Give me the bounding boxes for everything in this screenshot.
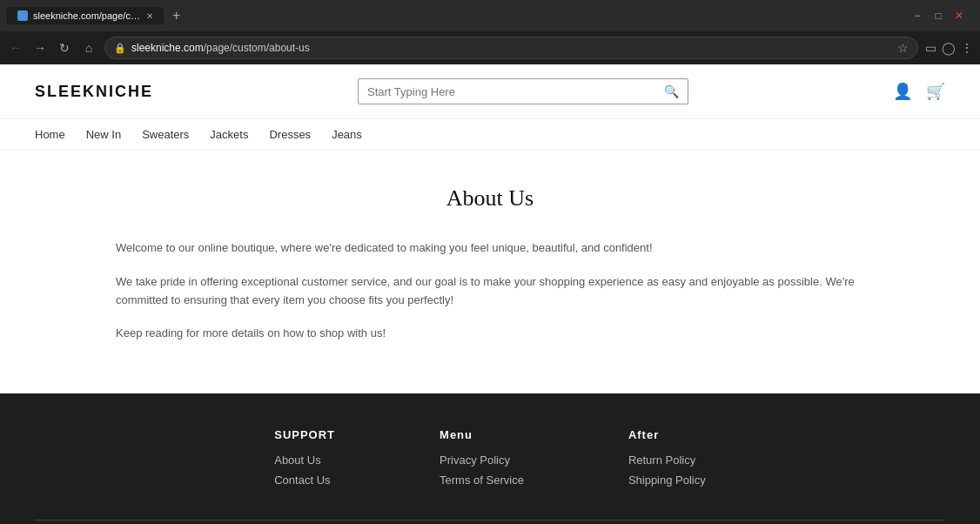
footer-privacy-link[interactable]: Privacy Policy: [440, 453, 524, 467]
search-bar: 🔍: [358, 78, 688, 104]
search-icon[interactable]: 🔍: [664, 84, 679, 98]
extensions-button[interactable]: ▭: [925, 41, 936, 55]
profile-button[interactable]: ◯: [942, 41, 956, 55]
footer-divider: [35, 520, 945, 521]
header-icons: 👤 🛒: [893, 82, 945, 101]
refresh-button[interactable]: ↻: [56, 41, 73, 55]
footer-return-link[interactable]: Return Policy: [628, 453, 706, 467]
nav-sweaters[interactable]: Sweaters: [142, 128, 189, 141]
browser-tabs: sleekniche.com/page/custom/a ✕ +: [7, 6, 905, 25]
site-header: SLEEKNICHE 🔍 👤 🛒: [0, 64, 980, 119]
main-nav: Home New In Sweaters Jackets Dresses Jea…: [0, 119, 980, 151]
cart-icon[interactable]: 🛒: [926, 82, 945, 101]
active-tab[interactable]: sleekniche.com/page/custom/a ✕: [7, 7, 164, 24]
nav-home[interactable]: Home: [35, 128, 65, 141]
new-tab-button[interactable]: +: [167, 6, 185, 25]
tab-close-icon[interactable]: ✕: [146, 11, 153, 21]
about-para-2: We take pride in offering exceptional cu…: [116, 273, 864, 310]
forward-button[interactable]: →: [31, 41, 49, 55]
minimize-button[interactable]: −: [910, 10, 924, 22]
about-para-1: Welcome to our online boutique, where we…: [116, 239, 864, 258]
footer-shipping-link[interactable]: Shipping Policy: [628, 474, 706, 487]
footer-support-title: SUPPORT: [274, 428, 335, 441]
site-logo[interactable]: SLEEKNICHE: [35, 83, 153, 101]
tab-title: sleekniche.com/page/custom/a: [33, 10, 141, 21]
url-display: sleekniche.com/page/custom/about-us: [131, 42, 892, 54]
lock-icon: 🔒: [114, 43, 126, 54]
browser-window-controls: − □ ✕: [910, 10, 973, 22]
nav-jackets[interactable]: Jackets: [210, 128, 248, 141]
site-footer: SUPPORT About Us Contact Us Menu Privacy…: [0, 393, 980, 524]
browser-chrome: sleekniche.com/page/custom/a ✕ + − □ ✕: [0, 0, 980, 31]
footer-about-us-link[interactable]: About Us: [274, 453, 335, 467]
close-button[interactable]: ✕: [952, 10, 966, 22]
footer-columns: SUPPORT About Us Contact Us Menu Privacy…: [0, 428, 980, 494]
footer-menu-col: Menu Privacy Policy Terms of Service: [440, 428, 524, 494]
website-content: SLEEKNICHE 🔍 👤 🛒 Home New In Sweaters Ja…: [0, 64, 980, 524]
footer-contact-us-link[interactable]: Contact Us: [274, 474, 335, 487]
about-para-3: Keep reading for more details on how to …: [116, 325, 864, 343]
main-content: About Us Welcome to our online boutique,…: [98, 151, 882, 393]
nav-dresses[interactable]: Dresses: [269, 128, 311, 141]
footer-terms-link[interactable]: Terms of Service: [440, 474, 524, 487]
footer-after-title: After: [628, 428, 706, 441]
address-bar-row: ← → ↻ ⌂ 🔒 sleekniche.com/page/custom/abo…: [0, 31, 980, 64]
footer-after-col: After Return Policy Shipping Policy: [628, 428, 706, 494]
page-title: About Us: [116, 185, 864, 212]
footer-support-col: SUPPORT About Us Contact Us: [274, 428, 335, 494]
menu-button[interactable]: ⋮: [961, 41, 973, 55]
tab-favicon: [17, 10, 28, 21]
account-icon[interactable]: 👤: [893, 82, 912, 101]
url-bar[interactable]: 🔒 sleekniche.com/page/custom/about-us ☆: [104, 37, 918, 59]
bookmark-icon[interactable]: ☆: [897, 41, 909, 55]
home-button[interactable]: ⌂: [80, 41, 97, 55]
nav-new-in[interactable]: New In: [86, 128, 121, 141]
back-button[interactable]: ←: [7, 41, 24, 55]
search-input[interactable]: [367, 85, 657, 98]
browser-action-buttons: ▭ ◯ ⋮: [925, 41, 973, 55]
maximize-button[interactable]: □: [931, 10, 945, 22]
footer-menu-title: Menu: [440, 428, 524, 441]
nav-jeans[interactable]: Jeans: [332, 128, 362, 141]
